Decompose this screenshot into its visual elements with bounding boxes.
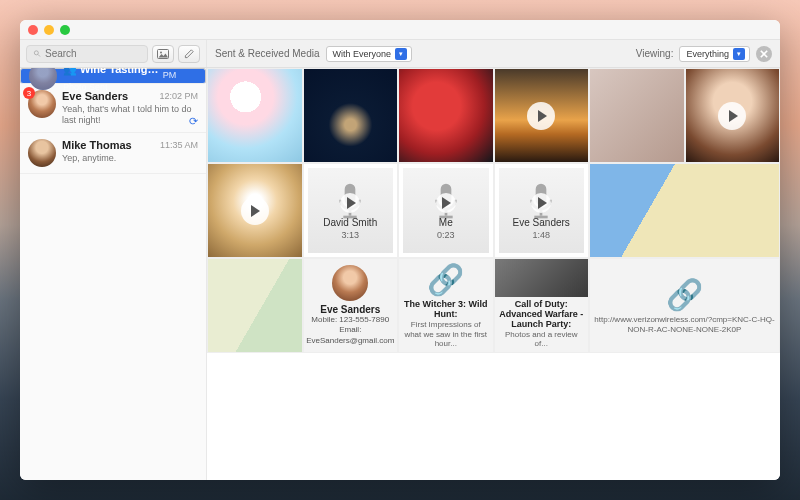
compose-button[interactable] — [178, 45, 200, 63]
media-contact[interactable]: Eve Sanders Mobile: 123-555-7890 Email: … — [303, 258, 399, 353]
link-desc: Photos and a review of... — [499, 330, 585, 349]
group-icon: 👥 — [63, 68, 77, 75]
media-photo[interactable] — [207, 68, 303, 163]
svg-point-0 — [34, 51, 38, 55]
media-photo[interactable] — [303, 68, 399, 163]
search-field[interactable] — [26, 45, 148, 63]
app-window: Sent & Received Media With Everyone ▾ Vi… — [20, 20, 780, 480]
audio-sender: Me — [439, 217, 453, 228]
conversation-time: 12:58 PM — [163, 68, 197, 80]
link-icon: 🔗 — [666, 277, 703, 312]
audio-sender: David Smith — [323, 217, 377, 228]
media-video[interactable] — [685, 68, 781, 163]
link-icon: 🔗 — [427, 262, 464, 297]
media-audio[interactable]: David Smith3:13 — [303, 163, 399, 258]
audio-duration: 1:48 — [532, 230, 550, 240]
conversation-preview: Yep, anytime. — [62, 153, 198, 164]
audio-duration: 3:13 — [341, 230, 359, 240]
link-title: The Witcher 3: Wild Hunt: — [403, 300, 489, 320]
media-link[interactable]: 🔗 http://www.verizonwireless.com/?cmp=KN… — [589, 258, 780, 353]
avatar — [332, 265, 368, 301]
search-icon — [33, 49, 41, 58]
audio-duration: 0:23 — [437, 230, 455, 240]
media-photo[interactable] — [589, 68, 685, 163]
chevron-down-icon: ▾ — [395, 48, 407, 60]
contact-email: EveSanders@gmail.com — [306, 336, 394, 345]
conversation-name: Wine Tasting Trip — [80, 68, 159, 75]
media-grid: David Smith3:13 Me0:23 Eve Sanders1:48 E… — [207, 68, 780, 480]
play-icon — [241, 197, 269, 225]
conversation-item[interactable]: 👥Wine Tasting Trip 12:58 PM Photo Sent — [20, 68, 206, 84]
search-input[interactable] — [45, 48, 141, 59]
viewing-label: Viewing: — [636, 48, 674, 59]
close-icon — [760, 50, 768, 58]
unread-badge: 3 — [23, 87, 35, 99]
avatar — [28, 139, 56, 167]
audio-sender: Eve Sanders — [513, 217, 570, 228]
svg-line-1 — [38, 55, 40, 57]
conversation-time: 12:02 PM — [159, 91, 198, 101]
media-map[interactable] — [207, 258, 303, 353]
contact-name: Eve Sanders — [320, 304, 380, 315]
conversation-item[interactable]: 3 Eve Sanders 12:02 PM Yeah, that's what… — [20, 84, 206, 133]
close-dot[interactable] — [28, 25, 38, 35]
conversation-item[interactable]: Mike Thomas 11:35 AM Yep, anytime. — [20, 133, 206, 174]
conversation-name: Mike Thomas — [62, 139, 132, 151]
close-panel-button[interactable] — [756, 46, 772, 62]
media-map[interactable] — [589, 163, 780, 258]
play-icon — [527, 102, 555, 130]
conversation-list: 👥Wine Tasting Trip 12:58 PM Photo Sent 3… — [20, 68, 207, 480]
contact-mobile: 123-555-7890 — [339, 315, 389, 324]
content-toolbar: Sent & Received Media With Everyone ▾ Vi… — [207, 46, 780, 62]
media-video[interactable] — [494, 68, 590, 163]
filter-with-value: With Everyone — [333, 49, 392, 59]
link-desc: First Impressions of what we saw in the … — [403, 320, 489, 349]
filter-with-dropdown[interactable]: With Everyone ▾ — [326, 46, 413, 62]
media-photo[interactable] — [398, 68, 494, 163]
sidebar-toolbar — [20, 40, 207, 67]
minimize-dot[interactable] — [44, 25, 54, 35]
media-video[interactable] — [207, 163, 303, 258]
chevron-down-icon: ▾ — [733, 48, 745, 60]
play-icon — [436, 193, 456, 213]
link-url: http://www.verizonwireless.com/?cmp=KNC-… — [594, 315, 775, 334]
conversation-name: Eve Sanders — [62, 90, 128, 102]
conversation-preview: Yeah, that's what I told him to do last … — [62, 104, 198, 126]
media-link[interactable]: Call of Duty: Advanced Warfare - Launch … — [494, 258, 590, 353]
filter-viewing-dropdown[interactable]: Everything ▾ — [679, 46, 750, 62]
compose-icon — [184, 48, 195, 59]
zoom-dot[interactable] — [60, 25, 70, 35]
toolbar: Sent & Received Media With Everyone ▾ Vi… — [20, 40, 780, 68]
svg-point-3 — [160, 51, 162, 53]
media-link[interactable]: 🔗 The Witcher 3: Wild Hunt: First Impres… — [398, 258, 494, 353]
titlebar — [20, 20, 780, 40]
media-view-button[interactable] — [152, 45, 174, 63]
media-title: Sent & Received Media — [215, 48, 320, 59]
filter-viewing-value: Everything — [686, 49, 729, 59]
media-audio[interactable]: Eve Sanders1:48 — [494, 163, 590, 258]
link-thumb — [495, 259, 589, 297]
link-title: Call of Duty: Advanced Warfare - Launch … — [499, 300, 585, 330]
media-audio[interactable]: Me0:23 — [398, 163, 494, 258]
play-icon — [718, 102, 746, 130]
body: 👥Wine Tasting Trip 12:58 PM Photo Sent 3… — [20, 68, 780, 480]
conversation-time: 11:35 AM — [160, 140, 198, 150]
landscape-icon — [157, 49, 169, 59]
sync-icon: ⟳ — [189, 115, 198, 128]
